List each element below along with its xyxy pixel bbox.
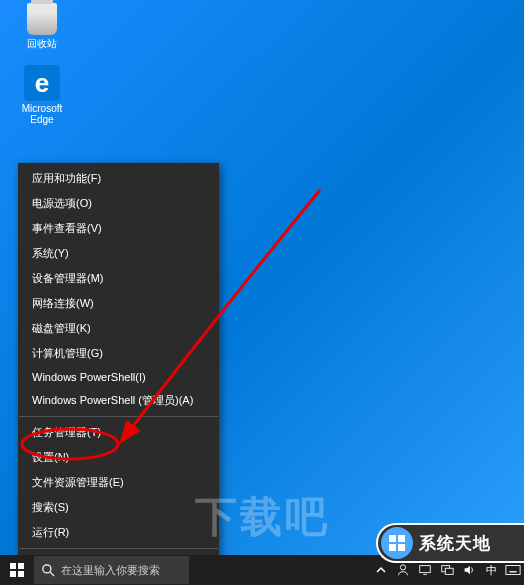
menu-powershell-admin[interactable]: Windows PowerShell (管理员)(A) (18, 388, 219, 413)
menu-divider (19, 548, 218, 549)
edge-icon: e (24, 65, 60, 101)
svg-rect-6 (10, 563, 16, 569)
menu-run[interactable]: 运行(R) (18, 520, 219, 545)
svg-rect-9 (18, 571, 24, 577)
start-button[interactable] (0, 555, 34, 585)
svg-rect-5 (398, 544, 405, 551)
svg-rect-4 (389, 544, 396, 551)
recycle-bin-icon (27, 3, 57, 35)
svg-rect-3 (398, 535, 405, 542)
menu-file-explorer[interactable]: 文件资源管理器(E) (18, 470, 219, 495)
svg-line-11 (50, 572, 54, 576)
menu-task-manager[interactable]: 任务管理器(T) (18, 420, 219, 445)
winx-context-menu: 应用和功能(F) 电源选项(O) 事件查看器(V) 系统(Y) 设备管理器(M)… (18, 163, 219, 585)
svg-rect-13 (420, 566, 431, 573)
edge-label: Microsoft Edge (12, 103, 72, 125)
svg-rect-17 (506, 566, 520, 575)
recycle-bin[interactable]: 回收站 (12, 3, 72, 51)
watermark-text: 下载吧 (195, 489, 330, 545)
watermark-badge: 系统天地 (376, 523, 524, 563)
menu-apps-features[interactable]: 应用和功能(F) (18, 166, 219, 191)
watermark-logo-icon (381, 527, 413, 559)
menu-power-options[interactable]: 电源选项(O) (18, 191, 219, 216)
recycle-bin-label: 回收站 (12, 37, 72, 51)
windows-icon (10, 563, 24, 577)
menu-network[interactable]: 网络连接(W) (18, 291, 219, 316)
search-icon (42, 564, 55, 577)
menu-system[interactable]: 系统(Y) (18, 241, 219, 266)
svg-point-10 (43, 564, 51, 572)
menu-settings[interactable]: 设置(N) (18, 445, 219, 470)
menu-search[interactable]: 搜索(S) (18, 495, 219, 520)
menu-divider (19, 416, 218, 417)
svg-point-12 (400, 565, 405, 570)
taskbar-search[interactable]: 在这里输入你要搜索 (34, 556, 189, 584)
edge-shortcut[interactable]: e Microsoft Edge (12, 65, 72, 125)
menu-disk-management[interactable]: 磁盘管理(K) (18, 316, 219, 341)
svg-rect-7 (18, 563, 24, 569)
menu-device-manager[interactable]: 设备管理器(M) (18, 266, 219, 291)
svg-rect-8 (10, 571, 16, 577)
svg-rect-16 (445, 568, 453, 574)
menu-event-viewer[interactable]: 事件查看器(V) (18, 216, 219, 241)
watermark-badge-text: 系统天地 (419, 532, 491, 555)
menu-computer-management[interactable]: 计算机管理(G) (18, 341, 219, 366)
svg-rect-2 (389, 535, 396, 542)
menu-powershell[interactable]: Windows PowerShell(I) (18, 366, 219, 388)
search-placeholder: 在这里输入你要搜索 (61, 563, 160, 578)
